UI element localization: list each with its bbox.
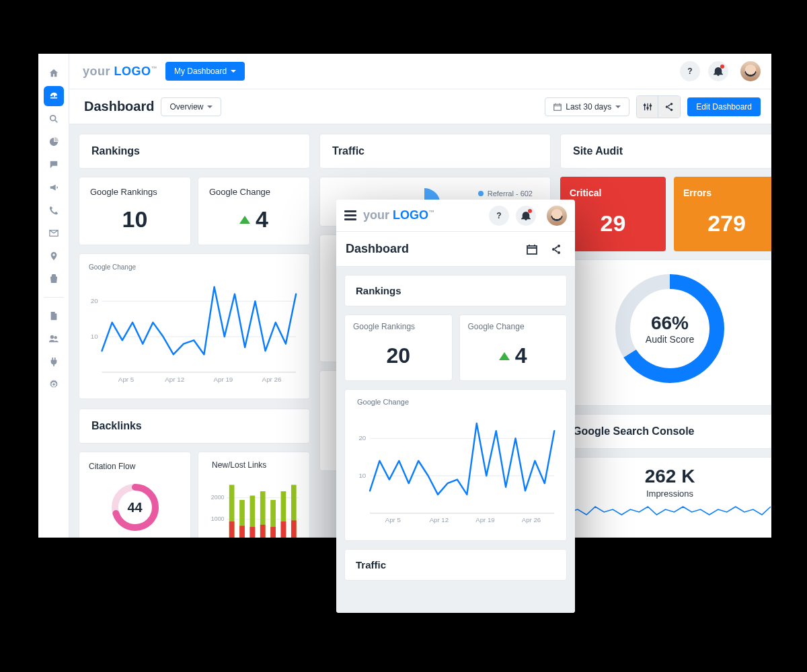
share-icon bbox=[664, 102, 674, 112]
calendar-icon bbox=[553, 103, 562, 111]
sidebar-item-dashboard[interactable] bbox=[44, 86, 64, 106]
svg-rect-46 bbox=[270, 527, 276, 538]
google-change-chart[interactable]: Google Change 1020Apr 5Apr 12Apr 19Apr 2… bbox=[79, 253, 310, 399]
gsc-impressions-card[interactable]: 262 K Impressions bbox=[560, 457, 771, 538]
mobile-topbar: your LOGO™ ? bbox=[336, 200, 575, 232]
svg-point-15 bbox=[646, 107, 649, 110]
mobile-google-change-chart[interactable]: Google Change 1020Apr 5Apr 12Apr 19Apr 2… bbox=[344, 389, 567, 541]
sidebar-item-shop[interactable] bbox=[44, 269, 64, 289]
card-header-backlinks: Backlinks bbox=[79, 409, 310, 444]
topbar: your LOGO™ My Dashboard ? bbox=[69, 54, 771, 89]
sidebar-item-phone[interactable] bbox=[44, 200, 64, 220]
share-icon bbox=[551, 244, 562, 255]
mobile-notifications-button[interactable] bbox=[516, 206, 536, 226]
sidebar-item-file[interactable] bbox=[44, 306, 64, 326]
svg-point-4 bbox=[50, 335, 53, 339]
svg-line-21 bbox=[668, 107, 671, 109]
mobile-brand-logo: your LOGO™ bbox=[363, 208, 434, 222]
svg-point-18 bbox=[666, 106, 668, 108]
sidebar-separator bbox=[44, 297, 64, 298]
google-rankings-card[interactable]: Google Rankings 10 bbox=[79, 177, 191, 245]
mobile-google-rankings-card[interactable]: Google Rankings 20 bbox=[344, 314, 453, 381]
share-button[interactable] bbox=[658, 96, 680, 118]
svg-text:Apr 5: Apr 5 bbox=[385, 516, 401, 523]
errors-tile[interactable]: Errors 279 bbox=[674, 177, 771, 251]
svg-rect-53 bbox=[527, 246, 537, 254]
svg-rect-38 bbox=[229, 521, 235, 538]
card-header-audit: Site Audit bbox=[560, 134, 771, 169]
sidebar-item-analytics[interactable] bbox=[44, 132, 64, 152]
mobile-body: Rankings Google Rankings 20 Google Chang… bbox=[336, 267, 575, 613]
svg-point-14 bbox=[644, 103, 646, 106]
citation-flow-card[interactable]: Citation Flow 44 bbox=[79, 452, 191, 538]
sidebar-item-location[interactable] bbox=[44, 246, 64, 266]
citation-flow-gauge: 44 bbox=[108, 480, 162, 534]
critical-tile[interactable]: Critical 29 bbox=[560, 177, 666, 251]
sidebar-item-megaphone[interactable] bbox=[44, 177, 64, 198]
sidebar-item-integrations[interactable] bbox=[44, 351, 64, 372]
calendar-icon bbox=[527, 244, 537, 255]
traffic-legend: Referral - 602 bbox=[478, 190, 533, 198]
sliders-icon bbox=[643, 102, 652, 112]
svg-line-20 bbox=[668, 104, 671, 106]
svg-text:2000: 2000 bbox=[211, 494, 225, 501]
audit-score-card[interactable]: 66% Audit Score bbox=[560, 259, 771, 406]
svg-text:Apr 19: Apr 19 bbox=[213, 376, 233, 383]
google-change-card[interactable]: Google Change 4 bbox=[198, 177, 310, 245]
help-icon: ? bbox=[687, 67, 692, 76]
svg-rect-48 bbox=[281, 521, 286, 538]
date-range-dropdown[interactable]: Last 30 days bbox=[545, 97, 629, 116]
svg-text:Apr 12: Apr 12 bbox=[165, 376, 184, 383]
avatar[interactable] bbox=[740, 61, 761, 81]
edit-dashboard-button[interactable]: Edit Dashboard bbox=[687, 97, 761, 116]
sidebar-item-mail[interactable] bbox=[44, 223, 64, 243]
filter-button[interactable] bbox=[637, 96, 658, 118]
toolbar-icon-group bbox=[636, 95, 681, 118]
svg-text:20: 20 bbox=[91, 297, 98, 304]
mobile-google-change-card[interactable]: Google Change 4 bbox=[459, 314, 568, 381]
bell-icon bbox=[521, 211, 531, 220]
bell-icon bbox=[714, 67, 723, 76]
svg-text:Apr 5: Apr 5 bbox=[118, 376, 134, 383]
my-dashboard-button[interactable]: My Dashboard bbox=[165, 62, 245, 81]
card-header-gsc: Google Search Console bbox=[560, 414, 771, 449]
svg-rect-44 bbox=[260, 525, 266, 538]
rankings-column: Rankings Google Rankings 10 Google Chang… bbox=[79, 134, 310, 538]
svg-rect-40 bbox=[239, 526, 245, 538]
mobile-help-button[interactable]: ? bbox=[489, 206, 509, 226]
svg-text:10: 10 bbox=[359, 472, 367, 479]
svg-point-19 bbox=[670, 108, 673, 111]
mobile-page-title: Dashboard bbox=[346, 242, 517, 256]
sidebar-item-search[interactable] bbox=[44, 109, 64, 129]
audit-column: Site Audit Critical 29 Errors 279 bbox=[560, 134, 771, 538]
svg-text:1000: 1000 bbox=[211, 515, 225, 522]
svg-text:20: 20 bbox=[359, 434, 367, 442]
sidebar-item-users[interactable] bbox=[44, 329, 64, 349]
help-button[interactable]: ? bbox=[680, 61, 700, 81]
card-header-rankings: Rankings bbox=[79, 134, 310, 169]
notifications-button[interactable] bbox=[708, 61, 728, 81]
mobile-traffic-header: Traffic bbox=[344, 549, 567, 581]
mobile-window: your LOGO™ ? Dashboard Rankings bbox=[336, 200, 575, 613]
mobile-avatar[interactable] bbox=[547, 206, 567, 226]
svg-point-57 bbox=[558, 245, 560, 247]
svg-text:Apr 19: Apr 19 bbox=[475, 516, 494, 523]
svg-rect-7 bbox=[554, 104, 562, 110]
audit-score-gauge: 66% Audit Score bbox=[609, 268, 730, 389]
svg-line-61 bbox=[555, 250, 558, 252]
svg-rect-50 bbox=[291, 520, 297, 538]
gsc-sparkline bbox=[568, 499, 771, 526]
mobile-calendar-button[interactable] bbox=[523, 240, 541, 259]
new-lost-links-card[interactable]: New/Lost Links 10002000 bbox=[198, 452, 310, 538]
google-change-line-chart: 1020Apr 5Apr 12Apr 19Apr 26 bbox=[83, 275, 301, 389]
sidebar-item-settings[interactable] bbox=[44, 374, 64, 394]
svg-line-60 bbox=[555, 247, 558, 249]
sidebar-item-comments[interactable] bbox=[44, 155, 64, 175]
mobile-titlebar: Dashboard bbox=[336, 232, 575, 267]
hamburger-button[interactable] bbox=[344, 210, 356, 220]
toolbar: Dashboard Overview Last 30 days bbox=[69, 89, 771, 124]
sidebar-item-home[interactable] bbox=[44, 63, 64, 83]
mobile-share-button[interactable] bbox=[547, 240, 566, 259]
overview-dropdown[interactable]: Overview bbox=[161, 97, 221, 116]
svg-rect-0 bbox=[50, 97, 57, 99]
